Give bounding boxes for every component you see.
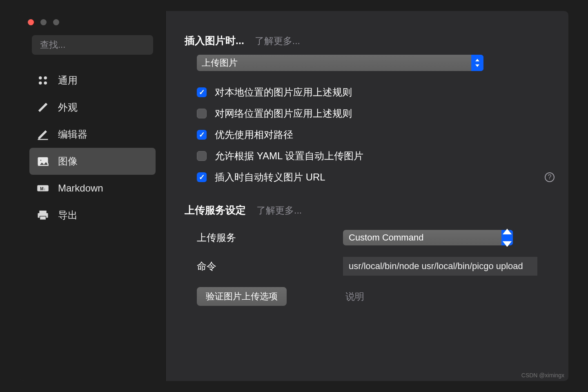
check-apply-local[interactable]: 对本地位置的图片应用上述规则: [197, 86, 555, 99]
sidebar-item-label: 外观: [58, 101, 78, 114]
appearance-icon: [37, 101, 49, 114]
sidebar-item-editor[interactable]: 编辑器: [29, 121, 156, 148]
svg-point-0: [39, 76, 42, 80]
sidebar-item-markdown[interactable]: M↓ Markdown: [29, 175, 156, 202]
svg-point-3: [44, 82, 47, 85]
preferences-window: 查找... 通用 外观 编辑器: [20, 11, 568, 381]
checkbox-icon: [197, 130, 207, 140]
sidebar-item-label: 通用: [58, 74, 78, 87]
insert-learn-more-link[interactable]: 了解更多...: [255, 35, 300, 47]
checkbox-icon: [197, 87, 207, 97]
upload-learn-more-link[interactable]: 了解更多...: [256, 204, 302, 217]
check-yaml-upload[interactable]: 允许根据 YAML 设置自动上传图片: [197, 149, 555, 163]
sidebar-item-general[interactable]: 通用: [29, 67, 156, 94]
svg-text:M↓: M↓: [40, 187, 45, 191]
sidebar-item-export[interactable]: 导出: [29, 202, 156, 229]
svg-rect-9: [39, 211, 47, 213]
svg-point-1: [44, 76, 47, 80]
main-panel: 插入图片时... 了解更多... 上传图片 对本地位置的图片应用上述规则 对网络…: [166, 11, 568, 381]
upload-service-select-value: Custom Command: [349, 232, 423, 243]
checkbox-label: 对网络位置的图片应用上述规则: [215, 107, 352, 120]
svg-point-2: [39, 82, 42, 85]
sidebar-list: 通用 外观 编辑器 图像 M: [20, 64, 165, 229]
check-relative-path[interactable]: 优先使用相对路径: [197, 128, 555, 141]
upload-section-head: 上传服务设定 了解更多...: [185, 203, 555, 217]
check-escape-url[interactable]: 插入时自动转义图片 URL ?: [197, 171, 555, 184]
checkbox-label: 优先使用相对路径: [215, 128, 293, 141]
verify-row: 验证图片上传选项 说明: [197, 287, 555, 306]
sidebar: 查找... 通用 外观 编辑器: [20, 11, 166, 381]
sidebar-item-label: 编辑器: [58, 128, 87, 141]
upload-service-row: 上传服务 Custom Command: [197, 230, 555, 245]
window-traffic-lights: [20, 17, 165, 25]
pencil-icon: [37, 128, 49, 140]
chevron-updown-icon: [471, 55, 483, 71]
help-icon[interactable]: ?: [545, 172, 555, 182]
close-window-button[interactable]: [28, 19, 34, 25]
sidebar-item-image[interactable]: 图像: [29, 148, 156, 175]
checkbox-icon: [197, 151, 207, 161]
printer-icon: [37, 209, 49, 221]
image-icon: [37, 155, 49, 167]
settings-icon: [37, 74, 49, 87]
sidebar-item-label: 图像: [58, 155, 78, 168]
sidebar-item-appearance[interactable]: 外观: [29, 94, 156, 121]
sidebar-item-label: Markdown: [58, 183, 103, 194]
markdown-icon: M↓: [37, 182, 49, 194]
watermark-text: CSDN @ximingx: [521, 372, 564, 379]
svg-rect-4: [38, 139, 48, 140]
description-link[interactable]: 说明: [345, 290, 364, 303]
search-placeholder: 查找...: [40, 39, 65, 51]
checkbox-label: 插入时自动转义图片 URL: [215, 171, 325, 184]
verify-upload-button-label: 验证图片上传选项: [206, 290, 278, 303]
upload-command-input[interactable]: usr/local/bin/node usr/local/bin/picgo u…: [343, 257, 537, 276]
upload-service-select[interactable]: Custom Command: [343, 230, 513, 245]
minimize-window-button[interactable]: [40, 19, 47, 25]
upload-service-label: 上传服务: [197, 231, 343, 244]
sidebar-item-label: 导出: [58, 209, 78, 222]
checkbox-icon: [197, 172, 207, 182]
checkbox-label: 允许根据 YAML 设置自动上传图片: [215, 149, 363, 163]
maximize-window-button[interactable]: [53, 19, 59, 25]
svg-rect-11: [40, 216, 46, 220]
verify-upload-button[interactable]: 验证图片上传选项: [197, 287, 287, 306]
chevron-updown-icon: [501, 230, 513, 245]
insert-section-title: 插入图片时...: [185, 34, 244, 47]
insert-section-head: 插入图片时... 了解更多...: [185, 34, 555, 47]
upload-command-label: 命令: [197, 260, 343, 273]
search-input[interactable]: 查找...: [32, 35, 153, 55]
upload-section-title: 上传服务设定: [185, 203, 246, 217]
upload-command-row: 命令 usr/local/bin/node usr/local/bin/picg…: [197, 257, 555, 276]
checkbox-icon: [197, 109, 207, 118]
upload-command-value: usr/local/bin/node usr/local/bin/picgo u…: [349, 261, 523, 272]
insert-checkboxes: 对本地位置的图片应用上述规则 对网络位置的图片应用上述规则 优先使用相对路径 允…: [197, 86, 555, 184]
checkbox-label: 对本地位置的图片应用上述规则: [215, 86, 352, 99]
insert-action-select-value: 上传图片: [202, 57, 238, 69]
svg-point-6: [40, 159, 42, 161]
insert-action-select[interactable]: 上传图片: [197, 55, 483, 71]
check-apply-network[interactable]: 对网络位置的图片应用上述规则: [197, 107, 555, 120]
